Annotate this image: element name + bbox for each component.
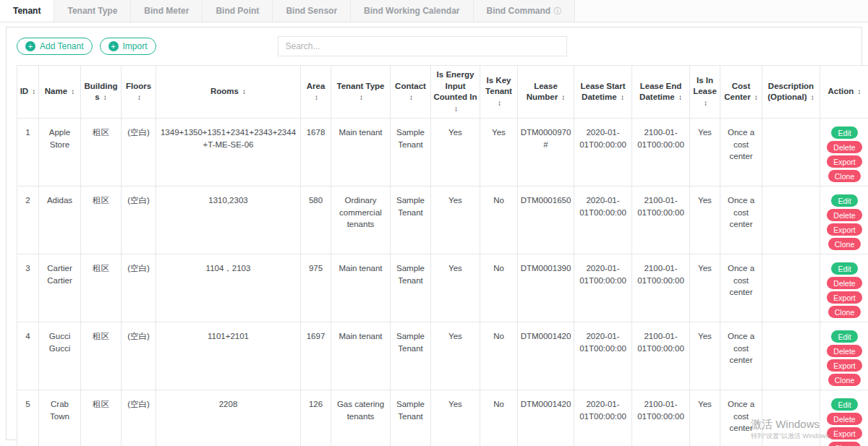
delete-button[interactable]: Delete (827, 209, 861, 221)
cell-name: Cartier Cartier (39, 254, 81, 322)
tab-bind-point[interactable]: Bind Point (203, 0, 273, 22)
export-button[interactable]: Export (827, 291, 861, 304)
table-header: ID ↕Name ↕Buildings ↕Floors ↕Rooms ↕Area… (17, 66, 868, 119)
column-header-description-optional[interactable]: Description (Optional) ↕ (762, 66, 820, 119)
edit-button[interactable]: Edit (831, 262, 857, 275)
tab-bind-meter[interactable]: Bind Meter (131, 0, 203, 22)
column-header-buildings[interactable]: Buildings ↕ (81, 66, 122, 119)
clone-button[interactable]: Clone (828, 170, 861, 182)
add-tenant-button[interactable]: + Add Tenant (17, 38, 93, 55)
cell-rooms: 1310,2303 (156, 186, 301, 254)
cell-area: 1678 (301, 119, 331, 186)
cell-is-key-tenant: Yes (480, 119, 518, 186)
cell-tenant-type: Main tenant (331, 119, 391, 186)
cell-id: 5 (17, 390, 39, 446)
cell-is-in-lease: Yes (690, 186, 720, 254)
clone-button[interactable]: Clone (828, 238, 861, 250)
column-label: Rooms (210, 87, 241, 95)
column-header-action[interactable]: Action ↕ (820, 66, 868, 119)
cell-lease-number: DTM0000970# (518, 119, 574, 186)
cell-contact: Sample Tenant (391, 254, 431, 322)
column-header-lease-end-datetime[interactable]: Lease End Datetime ↕ (632, 66, 690, 119)
clone-button[interactable]: Clone (828, 374, 861, 386)
delete-button[interactable]: Delete (827, 141, 861, 153)
sort-icon: ↕ (704, 99, 707, 107)
import-button[interactable]: + Import (100, 38, 156, 55)
edit-button[interactable]: Edit (831, 330, 857, 343)
cell-rooms: 2208 (156, 390, 301, 446)
cell-lease-start-datetime: 2020-01-01T00:00:00 (574, 390, 632, 446)
edit-button[interactable]: Edit (831, 126, 857, 139)
cell-name: Apple Store (39, 119, 81, 186)
sort-icon: ↕ (103, 93, 107, 101)
tab-label: Tenant Type (67, 6, 117, 16)
tab-bind-working-calendar[interactable]: Bind Working Calendar (351, 0, 473, 22)
table-row: 5Crab Town租区(空白)2208126Gas catering tena… (17, 390, 868, 446)
tab-tenant-type[interactable]: Tenant Type (54, 0, 131, 22)
column-header-id[interactable]: ID ↕ (17, 66, 39, 119)
search-input[interactable] (278, 36, 567, 56)
export-button[interactable]: Export (827, 359, 861, 372)
cell-is-key-tenant: No (480, 390, 518, 446)
column-label: Action (828, 87, 856, 95)
action-buttons: EditDeleteExportClone (822, 126, 867, 182)
cell-buildings: 租区 (81, 390, 122, 446)
column-label: Is Key Tenant (485, 76, 512, 96)
cell-lease-number: DTM0001390 (518, 254, 574, 322)
column-label: Area (307, 82, 326, 90)
tab-label: Bind Sensor (286, 6, 337, 16)
sort-icon: ↕ (242, 87, 246, 95)
column-header-area[interactable]: Area ↕ (301, 66, 331, 119)
tab-label: Bind Point (216, 6, 259, 16)
tab-label: Bind Command (487, 6, 551, 16)
tab-tenant[interactable]: Tenant (0, 0, 54, 22)
column-header-tenant-type[interactable]: Tenant Type ↕ (331, 66, 391, 119)
column-header-is-in-lease[interactable]: Is In Lease ↕ (690, 66, 720, 119)
cell-id: 2 (17, 186, 39, 254)
column-header-floors[interactable]: Floors ↕ (122, 66, 156, 119)
column-header-contact[interactable]: Contact ↕ (391, 66, 431, 119)
cell-is-in-lease: Yes (690, 119, 720, 186)
cell-is-in-lease: Yes (690, 254, 720, 322)
info-icon: ⓘ (553, 6, 561, 17)
column-header-lease-start-datetime[interactable]: Lease Start Datetime ↕ (574, 66, 632, 119)
edit-button[interactable]: Edit (831, 194, 857, 207)
cell-action: EditDeleteExportClone (820, 254, 868, 322)
clone-button[interactable]: Clone (828, 306, 861, 318)
column-label: Name (45, 87, 70, 95)
edit-button[interactable]: Edit (831, 398, 857, 411)
column-header-is-key-tenant[interactable]: Is Key Tenant ↕ (480, 66, 518, 119)
export-button[interactable]: Export (827, 155, 861, 168)
column-header-is-energy-input-counted-in[interactable]: Is Energy Input Counted In ↕ (431, 66, 480, 119)
cell-buildings: 租区 (81, 322, 122, 390)
cell-is-key-tenant: No (480, 322, 518, 390)
column-header-name[interactable]: Name ↕ (39, 66, 81, 119)
clone-button[interactable]: Clone (828, 442, 861, 446)
cell-area: 975 (301, 254, 331, 322)
cell-tenant-type: Main tenant (331, 254, 391, 322)
cell-floors: (空白) (122, 254, 156, 322)
cell-is-energy-input-counted-in: Yes (431, 119, 480, 186)
column-header-rooms[interactable]: Rooms ↕ (156, 66, 301, 119)
cell-rooms: 1104，2103 (156, 254, 301, 322)
column-header-cost-center[interactable]: Cost Center ↕ (720, 66, 762, 119)
cell-area: 126 (301, 390, 331, 446)
cell-name: Crab Town (39, 390, 81, 446)
column-header-lease-number[interactable]: Lease Number ↕ (518, 66, 574, 119)
cell-is-energy-input-counted-in: Yes (431, 322, 480, 390)
delete-button[interactable]: Delete (827, 413, 861, 425)
column-label: Contact (395, 82, 426, 90)
tab-bind-sensor[interactable]: Bind Sensor (273, 0, 351, 22)
toolbar: + Add Tenant + Import (17, 36, 851, 56)
sort-icon: ↕ (678, 93, 682, 101)
cell-lease-start-datetime: 2020-01-01T00:00:00 (574, 322, 632, 390)
column-label: Is In Lease (693, 76, 717, 96)
export-button[interactable]: Export (827, 427, 861, 439)
delete-button[interactable]: Delete (827, 277, 861, 289)
export-button[interactable]: Export (827, 223, 861, 236)
column-label: Lease End Datetime (639, 82, 681, 102)
cell-action: EditDeleteExportClone (820, 390, 868, 446)
tab-bind-command[interactable]: Bind Commandⓘ (474, 0, 576, 22)
delete-button[interactable]: Delete (827, 345, 861, 357)
cell-is-energy-input-counted-in: Yes (431, 390, 480, 446)
